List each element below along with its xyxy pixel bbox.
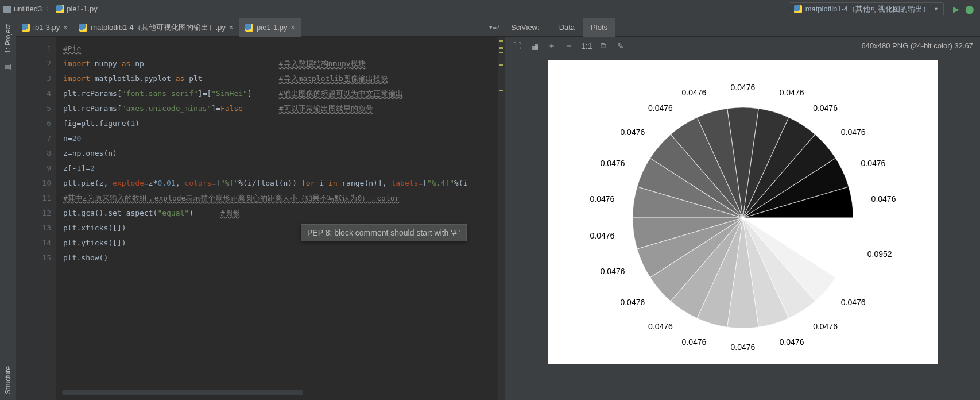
plot-area: 0.04760.04760.04760.04760.04760.04760.04… <box>505 55 980 400</box>
run-config-label: matplotlib1-4（其他可视化图的输出） <box>805 4 930 14</box>
sciview-tab-data[interactable]: Data <box>551 18 583 37</box>
side-rail-project[interactable]: 1: Project <box>4 21 12 57</box>
pie-label: 0.0952 <box>867 249 892 259</box>
sciview-title: SciView: <box>511 23 540 32</box>
python-file-icon <box>794 5 802 13</box>
pie-label: 0.0476 <box>813 322 838 331</box>
pie-label: 0.0476 <box>840 298 865 307</box>
close-icon[interactable]: × <box>63 24 67 32</box>
horizontal-scrollbar[interactable] <box>62 390 303 395</box>
pie-label: 0.0476 <box>779 337 804 347</box>
sciview-toolbar: ⛶ ▦ ＋ － 1:1 ⧉ ✎ 640x480 PNG (24-bit colo… <box>505 37 980 55</box>
one-to-one-icon[interactable]: 1:1 <box>581 41 591 51</box>
side-rail-structure[interactable]: Structure <box>4 363 12 398</box>
pie-label: 0.0476 <box>813 103 838 113</box>
run-button[interactable]: ▶ <box>953 5 959 14</box>
run-config-selector[interactable]: matplotlib1-4（其他可视化图的输出） ▼ <box>789 2 944 16</box>
pie-label: 0.0476 <box>730 83 755 92</box>
debug-button[interactable]: ⬤ <box>965 5 974 14</box>
tab-label: matplotlib1-4（其他可视化图的输出）.py <box>91 22 226 33</box>
sciview-tab-plots[interactable]: Plots <box>583 18 615 37</box>
breadcrumb: untitled3 〉 pie1-1.py <box>3 4 789 14</box>
pie-label: 0.0476 <box>730 343 755 352</box>
python-file-icon <box>79 24 87 32</box>
side-rail: 1: Project ▤ Structure <box>0 18 16 400</box>
pie-label: 0.0476 <box>590 231 614 240</box>
export-icon[interactable]: ⧉ <box>598 41 609 51</box>
sciview-panel: SciView: Data Plots ⛶ ▦ ＋ － 1:1 ⧉ ✎ 640x… <box>505 18 980 400</box>
pie-label: 0.0476 <box>600 267 625 276</box>
close-icon[interactable]: × <box>229 24 233 32</box>
fit-icon[interactable]: ⛶ <box>512 41 522 51</box>
breadcrumb-project-label: untitled3 <box>14 5 42 13</box>
chevron-right-icon: 〉 <box>45 4 53 14</box>
zoom-out-icon[interactable]: － <box>564 41 574 51</box>
files-icon[interactable]: ▤ <box>4 61 12 71</box>
editor-body: 123456789101112131415 #Pieimport numpy a… <box>16 37 505 400</box>
editor-tabs: ib1-3.py × matplotlib1-4（其他可视化图的输出）.py ×… <box>16 18 505 37</box>
pie-label: 0.0476 <box>779 88 804 97</box>
pie-label: 0.0476 <box>648 103 673 113</box>
tab-ib1-3[interactable]: ib1-3.py × <box>16 18 73 37</box>
python-file-icon <box>245 24 253 32</box>
color-picker-icon[interactable]: ✎ <box>615 41 626 51</box>
pie-label: 0.0476 <box>861 159 885 168</box>
pie-label: 0.0476 <box>590 194 614 203</box>
pie-label: 0.0476 <box>620 128 645 137</box>
breadcrumb-project[interactable]: untitled3 <box>3 5 42 13</box>
zoom-in-icon[interactable]: ＋ <box>547 41 557 51</box>
breadcrumb-file[interactable]: pie1-1.py <box>56 5 97 13</box>
chevron-down-icon: ▼ <box>933 6 939 12</box>
pie-label: 0.0476 <box>681 337 706 347</box>
pie-chart: 0.04760.04760.04760.04760.04760.04760.04… <box>548 60 938 364</box>
editor-panel: ib1-3.py × matplotlib1-4（其他可视化图的输出）.py ×… <box>16 18 505 400</box>
pep8-tooltip: PEP 8: block comment should start with '… <box>301 224 467 241</box>
tab-label: ib1-3.py <box>33 23 60 32</box>
pie-label: 0.0476 <box>620 298 645 307</box>
top-bar: untitled3 〉 pie1-1.py matplotlib1-4（其他可视… <box>0 0 980 18</box>
python-file-icon <box>56 5 64 13</box>
close-icon[interactable]: × <box>291 24 295 32</box>
breadcrumb-file-label: pie1-1.py <box>67 5 97 13</box>
tab-label: pie1-1.py <box>257 23 287 32</box>
minimap[interactable] <box>498 37 505 400</box>
pie-label: 0.0476 <box>871 194 896 203</box>
plot-frame: 0.04760.04760.04760.04760.04760.04760.04… <box>548 60 938 364</box>
sciview-status: 640x480 PNG (24-bit color) 32.67 <box>862 41 973 50</box>
code-area[interactable]: #Pieimport numpy as np #导入数据结构nmupy模块imp… <box>56 37 505 400</box>
sciview-tabs: SciView: Data Plots <box>505 18 980 37</box>
tabs-right-indicator[interactable]: ▾≡7 <box>485 24 505 31</box>
tab-matplotlib1-4[interactable]: matplotlib1-4（其他可视化图的输出）.py × <box>73 18 239 37</box>
pie-label: 0.0476 <box>681 88 706 97</box>
python-file-icon <box>22 24 30 32</box>
grid-icon[interactable]: ▦ <box>529 41 540 51</box>
main: 1: Project ▤ Structure ib1-3.py × matplo… <box>0 18 980 400</box>
pie-label: 0.0476 <box>600 159 625 168</box>
folder-icon <box>3 6 11 13</box>
pie-label: 0.0476 <box>648 322 673 331</box>
gutter: 123456789101112131415 <box>16 37 56 400</box>
tab-pie1-1[interactable]: pie1-1.py × <box>239 18 301 37</box>
pie-label: 0.0476 <box>840 128 865 137</box>
